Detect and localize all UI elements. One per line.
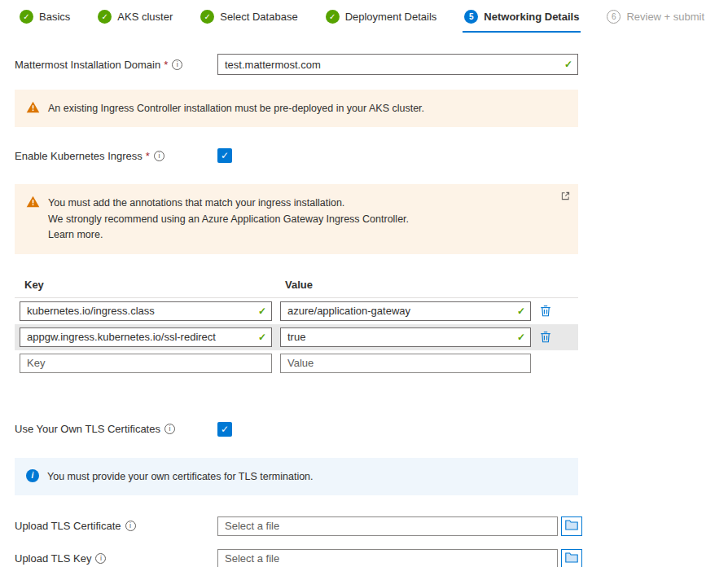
banner-text: An existing Ingress Controller installat… bbox=[48, 100, 424, 116]
enable-ingress-checkbox[interactable]: ✓ bbox=[217, 148, 232, 163]
upload-key-input[interactable] bbox=[217, 549, 558, 567]
step-label: AKS cluster bbox=[117, 11, 173, 23]
step-complete-icon: ✓ bbox=[200, 10, 214, 24]
step-basics[interactable]: ✓ Basics bbox=[18, 10, 72, 33]
step-review-submit: 6 Review + submit bbox=[605, 10, 706, 33]
domain-input[interactable] bbox=[217, 54, 578, 75]
banner-text: You must add the annotations that match … bbox=[48, 195, 409, 243]
wizard-step-bar: ✓ Basics ✓ AKS cluster ✓ Select Database… bbox=[0, 0, 728, 33]
annotation-key-input[interactable] bbox=[20, 301, 272, 321]
banner-text: You must provide your own certificates f… bbox=[47, 468, 314, 485]
upload-cert-input[interactable] bbox=[217, 516, 558, 536]
upload-cert-row: Upload TLS Certificate i bbox=[15, 516, 728, 536]
annotation-row-2: ✓ ✓ bbox=[15, 324, 578, 350]
annotation-key-input-empty[interactable] bbox=[20, 354, 272, 373]
step-complete-icon: ✓ bbox=[98, 10, 112, 24]
upload-key-row: Upload TLS Key i bbox=[15, 549, 728, 567]
step-label: Basics bbox=[39, 11, 70, 23]
annotation-value-input[interactable] bbox=[280, 301, 531, 321]
info-icon[interactable]: i bbox=[154, 151, 164, 161]
tls-certificates-row: Use Your Own TLS Certificates i ✓ bbox=[15, 422, 728, 437]
banner-line: We strongly recommend using an Azure App… bbox=[48, 212, 409, 227]
step-complete-icon: ✓ bbox=[326, 10, 340, 24]
browse-file-button[interactable] bbox=[561, 516, 582, 536]
annotation-value-input-empty[interactable] bbox=[280, 354, 531, 373]
step-label: Deployment Details bbox=[345, 11, 437, 23]
checkbox-check-icon: ✓ bbox=[221, 150, 229, 161]
step-label: Review + submit bbox=[626, 11, 704, 23]
folder-icon bbox=[565, 520, 578, 533]
step-deployment-details[interactable]: ✓ Deployment Details bbox=[324, 10, 439, 33]
domain-label: Mattermost Installation Domain bbox=[15, 59, 160, 71]
annotation-value-input[interactable] bbox=[280, 327, 531, 347]
networking-details-form: Mattermost Installation Domain * i ✓ An … bbox=[0, 33, 728, 567]
annotations-warning-banner: You must add the annotations that match … bbox=[15, 184, 578, 253]
enable-ingress-label: Enable Kubernetes Ingress bbox=[15, 150, 143, 162]
learn-more-link[interactable]: Learn more. bbox=[48, 227, 409, 243]
step-complete-icon: ✓ bbox=[20, 10, 33, 24]
upload-cert-label: Upload TLS Certificate bbox=[15, 520, 121, 532]
info-banner-icon: i bbox=[26, 469, 39, 482]
browse-file-button[interactable] bbox=[561, 549, 582, 567]
required-asterisk: * bbox=[164, 59, 168, 71]
ingress-warning-banner: An existing Ingress Controller installat… bbox=[15, 90, 578, 127]
domain-input-wrap: ✓ bbox=[217, 54, 578, 75]
delete-row-button[interactable] bbox=[540, 305, 551, 317]
tls-info-banner: i You must provide your own certificates… bbox=[15, 458, 578, 495]
warning-icon bbox=[26, 101, 40, 116]
domain-field-row: Mattermost Installation Domain * i ✓ bbox=[15, 54, 728, 75]
enable-ingress-row: Enable Kubernetes Ingress * i ✓ bbox=[15, 148, 728, 163]
tls-checkbox[interactable]: ✓ bbox=[217, 422, 232, 437]
info-icon[interactable]: i bbox=[172, 59, 182, 70]
banner-line: You must add the annotations that match … bbox=[48, 196, 409, 211]
step-number-icon: 5 bbox=[464, 10, 478, 24]
step-label: Networking Details bbox=[484, 11, 579, 23]
step-aks-cluster[interactable]: ✓ AKS cluster bbox=[96, 10, 174, 33]
annotations-table: Key Value ✓ ✓ ✓ ✓ bbox=[15, 279, 578, 376]
annotation-key-input[interactable] bbox=[20, 327, 272, 347]
annotation-row-empty bbox=[15, 350, 578, 376]
annotation-row-1: ✓ ✓ bbox=[15, 298, 578, 324]
info-icon[interactable]: i bbox=[164, 424, 175, 434]
key-column-header: Key bbox=[24, 279, 285, 291]
required-asterisk: * bbox=[146, 150, 150, 162]
step-label: Select Database bbox=[220, 11, 297, 23]
folder-icon bbox=[565, 552, 578, 565]
info-icon[interactable]: i bbox=[95, 553, 106, 564]
warning-icon bbox=[26, 196, 40, 210]
external-link-icon[interactable] bbox=[561, 191, 570, 203]
checkbox-check-icon: ✓ bbox=[221, 424, 229, 435]
upload-key-label: Upload TLS Key bbox=[15, 552, 91, 565]
step-select-database[interactable]: ✓ Select Database bbox=[199, 10, 299, 33]
value-column-header: Value bbox=[285, 279, 313, 291]
delete-row-button[interactable] bbox=[540, 331, 551, 343]
step-networking-details[interactable]: 5 Networking Details bbox=[463, 10, 581, 33]
annotations-table-header: Key Value bbox=[15, 279, 578, 298]
step-number-icon: 6 bbox=[607, 10, 621, 24]
info-icon[interactable]: i bbox=[125, 521, 136, 531]
tls-label: Use Your Own TLS Certificates bbox=[15, 423, 160, 435]
